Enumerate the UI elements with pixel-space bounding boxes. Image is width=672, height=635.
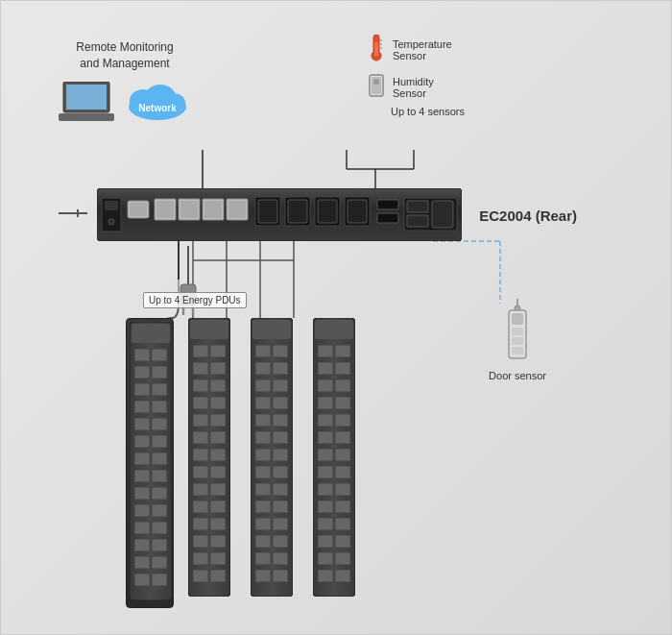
- svg-rect-132: [255, 362, 271, 375]
- svg-rect-178: [318, 501, 333, 513]
- svg-rect-91: [152, 522, 167, 534]
- svg-rect-96: [134, 574, 150, 586]
- svg-rect-108: [193, 414, 208, 427]
- svg-rect-78: [134, 418, 150, 430]
- pdu-bracket-label: Up to 4 Energy PDUs: [143, 292, 247, 308]
- svg-rect-125: [210, 552, 226, 565]
- svg-rect-172: [318, 449, 333, 461]
- svg-rect-93: [152, 539, 167, 551]
- svg-rect-127: [210, 570, 226, 582]
- svg-rect-113: [210, 449, 226, 461]
- svg-rect-140: [255, 431, 271, 444]
- svg-rect-122: [193, 535, 208, 548]
- svg-rect-88: [134, 504, 150, 517]
- svg-rect-161: [335, 345, 350, 357]
- svg-rect-192: [512, 328, 523, 335]
- svg-rect-185: [335, 552, 350, 565]
- svg-rect-53: [288, 200, 307, 223]
- svg-rect-123: [210, 535, 226, 548]
- svg-rect-163: [335, 362, 350, 375]
- svg-rect-184: [318, 552, 333, 565]
- svg-rect-152: [255, 535, 271, 548]
- svg-rect-131: [273, 345, 288, 357]
- svg-rect-45: [180, 201, 198, 218]
- svg-rect-110: [193, 431, 208, 444]
- svg-rect-135: [273, 379, 288, 392]
- remote-label: Remote Monitoring and Management: [76, 39, 173, 72]
- temperature-label: Temperature Sensor: [393, 38, 452, 61]
- svg-rect-100: [193, 345, 208, 357]
- svg-rect-63: [432, 201, 453, 228]
- svg-rect-153: [273, 535, 288, 548]
- svg-rect-149: [273, 501, 288, 513]
- svg-rect-170: [318, 431, 333, 444]
- svg-rect-175: [335, 466, 350, 478]
- svg-rect-182: [318, 535, 333, 548]
- svg-rect-150: [255, 518, 271, 530]
- svg-point-39: [108, 219, 114, 225]
- network-cloud: Network: [124, 80, 191, 127]
- svg-rect-136: [255, 397, 271, 409]
- svg-rect-119: [210, 501, 226, 513]
- svg-rect-101: [210, 345, 226, 357]
- svg-rect-81: [152, 435, 167, 448]
- svg-rect-177: [335, 483, 350, 496]
- svg-rect-144: [255, 466, 271, 478]
- svg-rect-103: [210, 362, 226, 375]
- svg-rect-171: [335, 431, 350, 444]
- ground-symbol: [59, 204, 87, 227]
- svg-rect-165: [335, 379, 350, 392]
- svg-rect-80: [134, 435, 150, 448]
- svg-rect-84: [134, 470, 150, 482]
- svg-rect-194: [512, 347, 523, 354]
- svg-rect-38: [105, 201, 118, 210]
- svg-rect-181: [335, 518, 350, 530]
- svg-rect-89: [152, 504, 167, 517]
- pdu-section: [126, 318, 361, 608]
- svg-rect-49: [228, 201, 246, 218]
- svg-rect-118: [193, 501, 208, 513]
- svg-rect-138: [255, 414, 271, 427]
- svg-rect-187: [335, 570, 350, 582]
- temperature-sensor-section: Temperature Sensor Humidity Sensor Up to…: [368, 35, 465, 117]
- svg-rect-166: [318, 397, 333, 409]
- svg-rect-168: [318, 414, 333, 427]
- svg-rect-95: [152, 556, 167, 569]
- svg-rect-120: [193, 518, 208, 530]
- svg-rect-169: [335, 414, 350, 427]
- svg-rect-124: [193, 552, 208, 565]
- svg-rect-83: [152, 452, 167, 465]
- svg-rect-59: [377, 213, 398, 223]
- svg-rect-74: [134, 383, 150, 396]
- svg-rect-157: [273, 570, 288, 582]
- laptop-icon: [59, 82, 114, 125]
- svg-rect-87: [152, 487, 167, 500]
- svg-rect-117: [210, 483, 226, 496]
- svg-rect-62: [407, 215, 428, 227]
- svg-rect-47: [204, 201, 222, 218]
- svg-rect-176: [318, 483, 333, 496]
- svg-rect-112: [193, 449, 208, 461]
- svg-rect-134: [255, 379, 271, 392]
- svg-rect-173: [335, 449, 350, 461]
- svg-rect-146: [255, 483, 271, 496]
- svg-rect-115: [210, 466, 226, 478]
- svg-rect-90: [134, 522, 150, 534]
- svg-rect-76: [134, 401, 150, 413]
- pdu-unit-3: [251, 318, 299, 608]
- svg-rect-148: [255, 501, 271, 513]
- svg-rect-129: [252, 320, 291, 339]
- svg-rect-104: [193, 379, 208, 392]
- svg-rect-133: [273, 362, 288, 375]
- svg-rect-160: [318, 345, 333, 357]
- svg-rect-142: [255, 449, 271, 461]
- svg-rect-145: [273, 466, 288, 478]
- svg-rect-69: [132, 324, 170, 343]
- svg-rect-179: [335, 501, 350, 513]
- svg-rect-141: [273, 431, 288, 444]
- svg-rect-156: [255, 570, 271, 582]
- svg-rect-162: [318, 362, 333, 375]
- svg-rect-109: [210, 414, 226, 427]
- remote-monitoring-section: Remote Monitoring and Management: [59, 39, 191, 127]
- svg-rect-147: [273, 483, 288, 496]
